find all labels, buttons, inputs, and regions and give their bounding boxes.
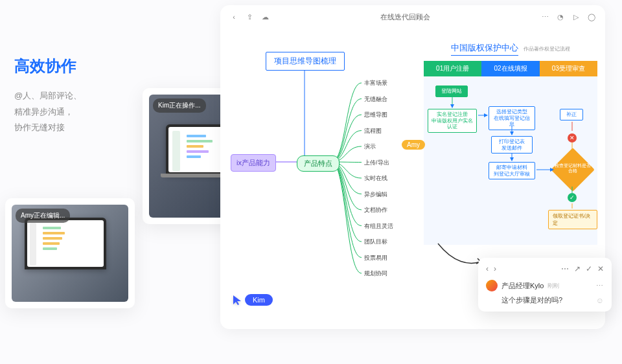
share-icon[interactable]: ⇪ bbox=[245, 12, 254, 21]
mindmap-leaf[interactable]: 文档协作 bbox=[364, 206, 387, 214]
mindmap-leaf[interactable]: 团队目标 bbox=[364, 238, 387, 246]
mindmap-leaf[interactable]: 丰富场景 bbox=[364, 79, 387, 87]
mindmap-hub[interactable]: 产品特点 bbox=[297, 155, 340, 172]
comment-panel: ‹ › ⋯ ↗ ✓ ✕ 产品经理Kylo 刚刚 ⋯ 这个步骤是对的吗? ☺ bbox=[478, 258, 612, 312]
fc-col-3: 03受理审查 bbox=[540, 61, 597, 76]
prev-comment-icon[interactable]: ‹ bbox=[486, 264, 489, 273]
editing-badge-kim: Kim正在操作... bbox=[153, 98, 206, 113]
fc-col-2: 02在线填报 bbox=[481, 61, 539, 76]
fc-step-print[interactable]: 打印登记表 发送邮件 bbox=[491, 136, 533, 154]
fc-step-select[interactable]: 选择登记类型 在线填写登记信息 bbox=[489, 106, 535, 130]
preview-photo-amy: Amy正在编辑... bbox=[5, 198, 135, 308]
flowchart[interactable]: 中国版权保护中心 作品著作权登记流程 01用户注册 02在线填报 03受理审查 … bbox=[424, 41, 597, 262]
hero-desc: @人、局部评论、 精准异步沟通， 协作无缝对接 bbox=[14, 88, 105, 136]
flowchart-title: 中国版权保护中心 bbox=[451, 42, 518, 56]
comment-close-icon[interactable]: ✕ bbox=[597, 264, 604, 273]
editing-badge-amy: Amy正在编辑... bbox=[16, 209, 70, 223]
mindmap-leaf[interactable]: 投票易用 bbox=[364, 254, 387, 262]
fc-col-1: 01用户注册 bbox=[424, 61, 481, 76]
fc-step-register[interactable]: 实名登记注册 申请版权用户实名认证 bbox=[428, 109, 477, 133]
presence-cursor-kim: Kim bbox=[232, 294, 273, 306]
avatar bbox=[486, 280, 498, 291]
mindmap-leaf[interactable]: 演示 bbox=[364, 142, 376, 151]
mindmap-root[interactable]: ix产品能力 bbox=[231, 154, 276, 172]
emoji-icon[interactable]: ☺ bbox=[596, 296, 604, 305]
fc-step-mail[interactable]: 邮寄申请材料 到登记大厅审核 bbox=[489, 162, 535, 179]
presence-chip-kim: Kim bbox=[245, 294, 273, 306]
more-icon[interactable]: ⋯ bbox=[540, 12, 549, 21]
back-icon[interactable]: ‹ bbox=[229, 12, 238, 21]
comment-more-icon[interactable]: ⋯ bbox=[561, 264, 569, 273]
mindmap-leaf[interactable]: 有组且灵活 bbox=[364, 222, 393, 231]
hero-text: 高效协作 @人、局部评论、 精准异步沟通， 协作无缝对接 bbox=[14, 56, 105, 136]
fc-step-fix[interactable]: 补正 bbox=[560, 109, 583, 120]
play-icon[interactable]: ▷ bbox=[571, 12, 581, 21]
mindmap-leaf[interactable]: 异步编辑 bbox=[364, 190, 387, 199]
chat-icon[interactable]: ◯ bbox=[587, 12, 596, 21]
comment-author: 产品经理Kylo bbox=[501, 281, 544, 291]
mindmap-leaf[interactable]: 上传/导出 bbox=[364, 159, 389, 167]
toolbar: ‹ ⇪ ☁ 在线迭代回顾会 ⋯ ◔ ▷ ◯ bbox=[220, 5, 605, 28]
mindmap[interactable]: 项目思维导图梳理 ix产品能力 产品特点 丰富场景无缝融合思维导图流程图演示上传… bbox=[227, 41, 415, 313]
next-comment-icon[interactable]: › bbox=[494, 264, 496, 273]
mindmap-leaf[interactable]: 实时在线 bbox=[364, 174, 387, 183]
cloud-icon[interactable]: ☁ bbox=[260, 12, 270, 21]
presence-chip-amy: Amy bbox=[402, 140, 425, 150]
fc-result[interactable]: 领取登记证书/决定 bbox=[548, 210, 597, 229]
mindmap-leaf[interactable]: 思维导图 bbox=[364, 111, 387, 119]
comment-text: 这个步骤是对的吗? bbox=[501, 295, 562, 305]
comment-time: 刚刚 bbox=[547, 282, 559, 290]
comment-link-icon[interactable]: ↗ bbox=[574, 264, 581, 273]
clock-icon[interactable]: ◔ bbox=[556, 12, 565, 21]
hero-title: 高效协作 bbox=[14, 56, 105, 76]
comment-item-more-icon[interactable]: ⋯ bbox=[596, 282, 604, 290]
mindmap-leaf[interactable]: 流程图 bbox=[364, 127, 382, 135]
mindmap-leaf[interactable]: 规划协同 bbox=[364, 269, 387, 278]
mindmap-leaf[interactable]: 无缝融合 bbox=[364, 95, 387, 104]
flowchart-subtitle: 作品著作权登记流程 bbox=[524, 46, 570, 52]
fc-accept-icon: ✓ bbox=[568, 193, 577, 202]
doc-title[interactable]: 在线迭代回顾会 bbox=[270, 12, 540, 22]
comment-resolve-icon[interactable]: ✓ bbox=[586, 264, 592, 273]
fc-step-login[interactable]: 登陆网站 bbox=[435, 85, 468, 97]
fc-reject-icon: ✕ bbox=[568, 133, 577, 142]
mindmap-title[interactable]: 项目思维导图梳理 bbox=[266, 52, 345, 71]
cursor-icon bbox=[232, 294, 242, 306]
